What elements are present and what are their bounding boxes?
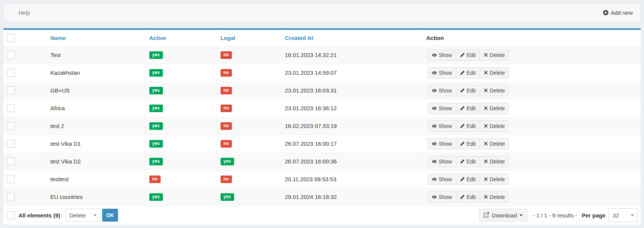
delete-button[interactable]: Delete [480, 120, 509, 132]
per-page-value: 32 [613, 212, 619, 219]
x-icon [484, 142, 488, 146]
legal-badge: no [221, 69, 232, 76]
delete-button[interactable]: Delete [480, 138, 509, 149]
edit-button[interactable]: Edit [456, 174, 480, 185]
pencil-icon [460, 52, 465, 57]
table-row: test Vika D1 yes no 26.07.2023 16:00:17 [3, 135, 641, 153]
active-badge: yes [149, 87, 163, 94]
active-badge: yes [149, 105, 163, 112]
row-action-group: Show Edit [428, 191, 509, 203]
active-badge: yes [149, 193, 163, 200]
row-created-at: 23.01.2023 16:36:12 [285, 105, 337, 111]
active-badge: yes [149, 69, 163, 76]
show-button[interactable]: Show [428, 174, 456, 185]
active-badge: no [149, 176, 161, 183]
edit-button[interactable]: Edit [456, 85, 480, 96]
edit-button[interactable]: Edit [456, 103, 480, 114]
row-name: Test [51, 52, 61, 58]
show-button[interactable]: Show [428, 138, 456, 149]
caret-down-icon [520, 214, 523, 216]
external-link-icon [484, 212, 489, 219]
help-link[interactable]: Help [18, 9, 30, 16]
caret-down-icon [631, 214, 634, 216]
delete-button[interactable]: Delete [480, 85, 509, 96]
edit-button[interactable]: Edit [456, 191, 480, 203]
ok-button[interactable]: OK [102, 209, 118, 222]
column-header-active[interactable]: Active [149, 35, 166, 41]
row-action-group: Show Edit [428, 138, 509, 149]
show-button[interactable]: Show [428, 49, 456, 61]
delete-button[interactable]: Delete [480, 156, 509, 167]
delete-button[interactable]: Delete [480, 103, 509, 114]
eye-icon [432, 70, 437, 75]
row-name: EU countries [51, 194, 83, 200]
active-badge: yes [149, 158, 163, 165]
show-button[interactable]: Show [428, 103, 456, 114]
table-row: GB+US yes no 23.01.2023 16:03:31 [3, 82, 641, 99]
show-button[interactable]: Show [428, 67, 456, 79]
edit-button[interactable]: Edit [456, 67, 480, 79]
select-all-footer-checkbox[interactable] [7, 211, 15, 219]
show-button[interactable]: Show [428, 191, 456, 203]
legal-badge: yes [221, 193, 234, 200]
row-checkbox[interactable] [7, 140, 15, 148]
list-panel: Name Active Legal Created At Action Test… [3, 28, 641, 225]
row-name: test Vika D2 [51, 158, 81, 165]
row-action-group: Show Edit [428, 103, 509, 114]
row-created-at: 23.01.2023 16:03:31 [285, 87, 337, 94]
row-name: test 2 [51, 123, 64, 129]
delete-button[interactable]: Delete [480, 174, 509, 185]
row-name: test Vika D1 [51, 140, 81, 147]
data-table: Name Active Legal Created At Action Test… [3, 30, 641, 206]
download-button[interactable]: Download [479, 209, 527, 222]
x-icon [484, 159, 488, 163]
per-page-select[interactable]: 32 [609, 208, 638, 222]
row-created-at: 26.07.2023 16:00:17 [285, 140, 337, 147]
delete-button[interactable]: Delete [480, 67, 509, 79]
row-checkbox[interactable] [7, 175, 15, 183]
table-row: Test yes no 18.01.2023 14:32:21 [3, 46, 641, 64]
row-name: Africa [51, 105, 65, 111]
per-page-label: Per page [582, 212, 606, 219]
select-all-checkbox[interactable] [7, 34, 15, 42]
edit-button[interactable]: Edit [456, 49, 480, 61]
row-created-at: 16.02.2023 07:33:19 [285, 123, 337, 129]
add-new-button[interactable]: Add new [603, 9, 633, 16]
row-name: GB+US [51, 87, 70, 94]
row-created-at: 26.07.2023 16:00:36 [285, 158, 337, 165]
column-header-created-at[interactable]: Created At [285, 35, 313, 41]
show-button[interactable]: Show [428, 156, 456, 167]
x-icon [484, 195, 488, 199]
row-checkbox[interactable] [7, 51, 15, 59]
plus-circle-icon [603, 10, 609, 15]
results-summary: - 1 / 1 - 9 results - [533, 212, 577, 219]
column-header-legal[interactable]: Legal [221, 35, 235, 41]
bulk-action-select[interactable]: Delete [65, 209, 100, 222]
pencil-icon [460, 106, 465, 111]
delete-button[interactable]: Delete [480, 49, 509, 61]
row-created-at: 18.01.2023 14:32:21 [285, 52, 337, 58]
delete-button[interactable]: Delete [480, 191, 509, 203]
show-button[interactable]: Show [428, 120, 456, 132]
x-icon [484, 88, 488, 92]
row-checkbox[interactable] [7, 193, 15, 201]
row-action-group: Show Edit [428, 174, 509, 185]
row-checkbox[interactable] [7, 157, 15, 165]
row-checkbox[interactable] [7, 86, 15, 94]
table-row: test Vika D2 yes yes 26.07.2023 16:00:36 [3, 153, 641, 170]
legal-badge: no [221, 87, 232, 94]
pencil-icon [460, 70, 465, 75]
column-header-name[interactable]: Name [51, 35, 66, 41]
row-action-group: Show Edit [428, 67, 509, 79]
row-checkbox[interactable] [7, 69, 15, 77]
bulk-action-value: Delete [69, 212, 86, 219]
row-action-group: Show Edit [428, 156, 509, 167]
show-button[interactable]: Show [428, 85, 456, 96]
edit-button[interactable]: Edit [456, 156, 480, 167]
row-checkbox[interactable] [7, 104, 15, 112]
edit-button[interactable]: Edit [456, 138, 480, 149]
pagination: Download - 1 / 1 - 9 results - Per page … [479, 208, 638, 222]
legal-badge: no [221, 122, 232, 129]
row-checkbox[interactable] [7, 122, 15, 130]
edit-button[interactable]: Edit [456, 120, 480, 132]
